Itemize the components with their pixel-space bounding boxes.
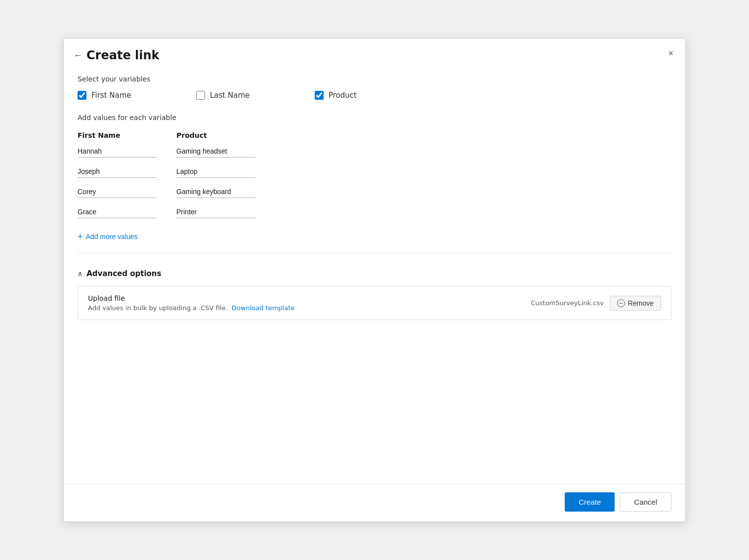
input-row3-product[interactable] (176, 186, 255, 198)
row-2-first-name-cell (78, 165, 176, 186)
file-actions: CustomSurveyLink.csv − Remove (531, 296, 661, 311)
advanced-options-box: Upload file Add values in bulk by upload… (78, 286, 671, 320)
add-more-label: Add more values (86, 233, 138, 240)
upload-desc: Add values in bulk by uploading a .CSV f… (88, 304, 531, 312)
add-more-values-button[interactable]: + Add more values (78, 230, 138, 243)
add-values-section-label: Add values for each variable (78, 114, 671, 121)
input-row2-product[interactable] (176, 165, 255, 178)
checkbox-group-last-name: Last Name (196, 91, 315, 100)
checkbox-first-name-label[interactable]: First Name (91, 91, 131, 100)
plus-icon: + (78, 232, 83, 241)
row-1-product-cell (176, 145, 295, 165)
add-values-section: Add values for each variable First Name … (78, 114, 671, 243)
dialog-header: ← Create link × (64, 39, 685, 67)
input-row1-product[interactable] (176, 145, 255, 158)
input-row2-first-name[interactable] (78, 165, 157, 178)
divider (78, 253, 671, 253)
variables-section-label: Select your variables (78, 75, 671, 83)
upload-info: Upload file Add values in bulk by upload… (88, 294, 531, 312)
checkbox-group-first-name: First Name (78, 91, 196, 100)
advanced-options-section: ∧ Advanced options Upload file Add value… (78, 261, 671, 329)
checkbox-first-name[interactable] (78, 91, 86, 100)
back-button[interactable]: ← (74, 50, 83, 61)
remove-label: Remove (628, 299, 654, 307)
dialog-title: Create link (86, 48, 160, 62)
row-4-first-name-cell (78, 206, 176, 226)
advanced-options-title: Advanced options (86, 269, 161, 278)
download-template-link[interactable]: Download template (232, 304, 294, 312)
checkbox-product-label[interactable]: Product (329, 91, 357, 100)
input-row1-first-name[interactable] (78, 145, 157, 158)
remove-icon: − (617, 299, 625, 307)
input-row4-first-name[interactable] (78, 206, 157, 218)
filename-label: CustomSurveyLink.csv (531, 299, 603, 307)
values-table: First Name Product (78, 131, 671, 226)
cancel-button[interactable]: Cancel (620, 492, 671, 512)
input-row4-product[interactable] (176, 206, 255, 218)
dialog-footer: Create Cancel (64, 484, 685, 521)
row-4-product-cell (176, 206, 295, 226)
row-2-product-cell (176, 165, 295, 186)
col-header-product: Product (176, 131, 295, 145)
input-row3-first-name[interactable] (78, 186, 157, 198)
chevron-up-icon: ∧ (78, 270, 83, 278)
checkbox-last-name[interactable] (196, 91, 205, 100)
create-button[interactable]: Create (565, 492, 615, 512)
close-button[interactable]: × (666, 46, 675, 61)
checkbox-product[interactable] (315, 91, 324, 100)
upload-title: Upload file (88, 294, 531, 302)
row-1-first-name-cell (78, 145, 176, 165)
upload-desc-text: Add values in bulk by uploading a .CSV f… (88, 304, 228, 312)
upload-section: Upload file Add values in bulk by upload… (88, 294, 661, 312)
create-link-dialog: ← Create link × Select your variables Fi… (63, 38, 686, 522)
checkbox-group-product: Product (315, 91, 433, 100)
col-header-first-name: First Name (78, 131, 176, 145)
checkbox-last-name-label[interactable]: Last Name (210, 91, 250, 100)
row-3-product-cell (176, 186, 295, 206)
row-3-first-name-cell (78, 186, 176, 206)
remove-button[interactable]: − Remove (610, 296, 661, 311)
advanced-options-header[interactable]: ∧ Advanced options (78, 269, 671, 278)
dialog-body: Select your variables First Name Last Na… (64, 67, 685, 484)
variables-row: First Name Last Name Product (78, 91, 671, 100)
